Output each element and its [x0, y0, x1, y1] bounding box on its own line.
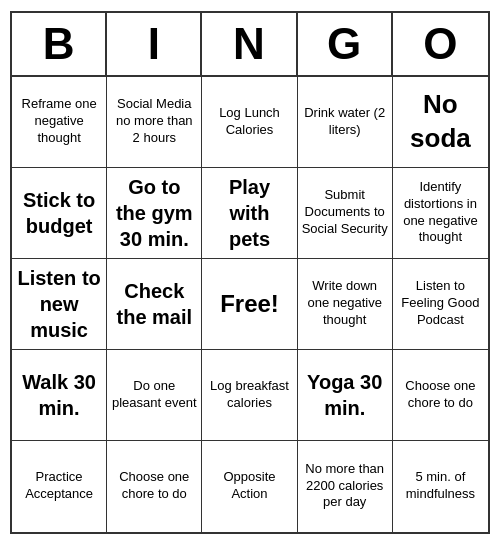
bingo-cell-16: Do one pleasant event [107, 350, 202, 441]
header-letter-o: O [393, 13, 488, 75]
bingo-cell-24: 5 min. of mindfulness [393, 441, 488, 532]
bingo-cell-1: Social Media no more than 2 hours [107, 77, 202, 168]
bingo-cell-4: No soda [393, 77, 488, 168]
bingo-cell-11: Check the mail [107, 259, 202, 350]
bingo-cell-18: Yoga 30 min. [298, 350, 393, 441]
bingo-cell-6: Go to the gym 30 min. [107, 168, 202, 259]
bingo-cell-23: No more than 2200 calories per day [298, 441, 393, 532]
bingo-cell-12: Free! [202, 259, 297, 350]
bingo-cell-19: Choose one chore to do [393, 350, 488, 441]
bingo-cell-14: Listen to Feeling Good Podcast [393, 259, 488, 350]
bingo-cell-3: Drink water (2 liters) [298, 77, 393, 168]
bingo-cell-17: Log breakfast calories [202, 350, 297, 441]
bingo-cell-0: Reframe one negative thought [12, 77, 107, 168]
bingo-grid: Reframe one negative thoughtSocial Media… [12, 77, 488, 532]
bingo-header: BINGO [12, 13, 488, 77]
header-letter-n: N [202, 13, 297, 75]
bingo-cell-7: Play with pets [202, 168, 297, 259]
bingo-cell-13: Write down one negative thought [298, 259, 393, 350]
bingo-cell-21: Choose one chore to do [107, 441, 202, 532]
bingo-cell-8: Submit Documents to Social Security [298, 168, 393, 259]
header-letter-g: G [298, 13, 393, 75]
bingo-cell-22: Opposite Action [202, 441, 297, 532]
bingo-cell-20: Practice Acceptance [12, 441, 107, 532]
bingo-cell-10: Listen to new music [12, 259, 107, 350]
header-letter-i: I [107, 13, 202, 75]
bingo-card: BINGO Reframe one negative thoughtSocial… [10, 11, 490, 534]
bingo-cell-9: Identify distortions in one negative tho… [393, 168, 488, 259]
bingo-cell-5: Stick to budget [12, 168, 107, 259]
bingo-cell-15: Walk 30 min. [12, 350, 107, 441]
header-letter-b: B [12, 13, 107, 75]
bingo-cell-2: Log Lunch Calories [202, 77, 297, 168]
